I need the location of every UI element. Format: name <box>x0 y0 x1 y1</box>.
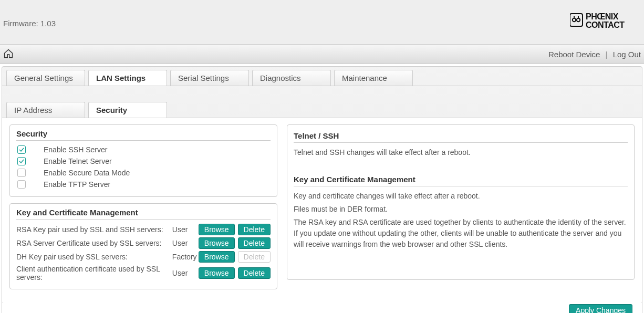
security-option-row: Enable SSH Server <box>16 144 271 155</box>
keycert-value: User <box>172 239 199 247</box>
left-column: Security Enable SSH ServerEnable Telnet … <box>9 124 277 296</box>
delete-button[interactable]: Delete <box>238 237 271 249</box>
checkbox[interactable] <box>17 180 26 189</box>
info-kc-body3: The RSA key and RSA certificate are used… <box>294 217 628 250</box>
keycert-label: DH Key pair used by SSL servers: <box>16 253 172 261</box>
keycert-panel: Key and Certificate Management RSA Key p… <box>9 203 277 289</box>
svg-point-1 <box>573 18 576 22</box>
sub-tabs-body: Security Enable SSH ServerEnable Telnet … <box>2 118 642 303</box>
svg-text:PHŒNIX: PHŒNIX <box>586 12 619 21</box>
keycert-table: RSA Key pair used by SSL and SSH servers… <box>16 223 271 283</box>
right-column: Telnet / SSH Telnet and SSH changes will… <box>287 124 635 296</box>
nav-bar: Reboot Device | Log Out <box>0 44 644 64</box>
tab-general-settings[interactable]: General Settings <box>6 70 85 86</box>
keycert-value: User <box>172 225 199 234</box>
keycert-label: Client authentication certificate used b… <box>16 265 172 281</box>
keycert-buttons: BrowseDelete <box>199 251 271 263</box>
keycert-buttons: BrowseDelete <box>199 267 271 279</box>
main-tabs-region: General Settings LAN Settings Serial Set… <box>2 66 642 313</box>
security-option-row: Enable Telnet Server <box>16 155 271 167</box>
browse-button[interactable]: Browse <box>199 224 235 235</box>
tab-serial-settings[interactable]: Serial Settings <box>170 70 249 86</box>
keycert-row: RSA Key pair used by SSL and SSH servers… <box>16 223 271 236</box>
security-option-label: Enable Secure Data Mode <box>44 169 130 177</box>
security-panel-title: Security <box>16 129 271 141</box>
keycert-row: Client authentication certificate used b… <box>16 264 271 283</box>
subtab-security[interactable]: Security <box>88 102 167 118</box>
main-tab-row: General Settings LAN Settings Serial Set… <box>2 70 642 86</box>
checkbox[interactable] <box>17 169 26 177</box>
top-bar: Firmware: 1.03 PHŒNIX CONTACT <box>0 0 644 44</box>
firmware-label: Firmware: 1.03 <box>3 19 56 28</box>
keycert-label: RSA Server Certificate used by SSL serve… <box>16 239 172 247</box>
keycert-label: RSA Key pair used by SSL and SSH servers… <box>16 225 172 234</box>
delete-button[interactable]: Delete <box>238 267 271 279</box>
reboot-link[interactable]: Reboot Device <box>548 50 600 59</box>
security-option-row: Enable TFTP Server <box>16 179 271 190</box>
info-kc-body2: Files must be in DER format. <box>294 204 628 215</box>
info-kc-title: Key and Certificate Management <box>294 175 628 186</box>
keycert-value: User <box>172 269 199 277</box>
keycert-buttons: BrowseDelete <box>199 237 271 249</box>
brand-logo: PHŒNIX CONTACT <box>570 11 641 32</box>
security-option-label: Enable Telnet Server <box>44 157 112 165</box>
svg-point-2 <box>577 18 580 22</box>
keycert-row: DH Key pair used by SSL servers:FactoryB… <box>16 250 271 264</box>
svg-text:CONTACT: CONTACT <box>586 20 625 29</box>
checkbox[interactable] <box>17 157 26 165</box>
tab-lan-settings[interactable]: LAN Settings <box>88 70 167 86</box>
nav-right: Reboot Device | Log Out <box>548 50 641 59</box>
footer-row: Apply Changes <box>2 303 642 313</box>
apply-changes-button[interactable]: Apply Changes <box>569 304 632 313</box>
sub-tabs-region: IP Address Security Security Enable SSH … <box>2 86 642 303</box>
security-panel: Security Enable SSH ServerEnable Telnet … <box>9 124 277 197</box>
sub-tab-row: IP Address Security <box>2 102 642 118</box>
keycert-value: Factory <box>172 253 199 261</box>
tab-maintenance[interactable]: Maintenance <box>334 70 413 86</box>
security-option-label: Enable SSH Server <box>44 145 107 154</box>
main-tabs-body: IP Address Security Security Enable SSH … <box>2 86 642 313</box>
security-option-label: Enable TFTP Server <box>44 180 110 189</box>
browse-button[interactable]: Browse <box>199 237 235 249</box>
info-telnet-title: Telnet / SSH <box>294 131 628 143</box>
home-icon[interactable] <box>3 48 14 60</box>
browse-button[interactable]: Browse <box>199 267 235 279</box>
subtab-ip-address[interactable]: IP Address <box>6 102 85 118</box>
info-telnet-body: Telnet and SSH changes will take effect … <box>294 147 628 158</box>
info-kc-body1: Key and certificate changes will take ef… <box>294 191 628 202</box>
keycert-buttons: BrowseDelete <box>199 224 271 235</box>
nav-separator: | <box>606 50 608 59</box>
keycert-panel-title: Key and Certificate Management <box>16 208 271 220</box>
delete-button[interactable]: Delete <box>238 224 271 235</box>
tab-diagnostics[interactable]: Diagnostics <box>252 70 331 86</box>
checkbox[interactable] <box>17 145 26 154</box>
delete-button: Delete <box>238 251 271 263</box>
phoenix-contact-logo-icon: PHŒNIX CONTACT <box>570 11 641 30</box>
browse-button[interactable]: Browse <box>199 251 235 263</box>
security-option-row: Enable Secure Data Mode <box>16 167 271 179</box>
keycert-row: RSA Server Certificate used by SSL serve… <box>16 236 271 250</box>
logout-link[interactable]: Log Out <box>613 50 641 59</box>
info-panel: Telnet / SSH Telnet and SSH changes will… <box>287 124 635 280</box>
